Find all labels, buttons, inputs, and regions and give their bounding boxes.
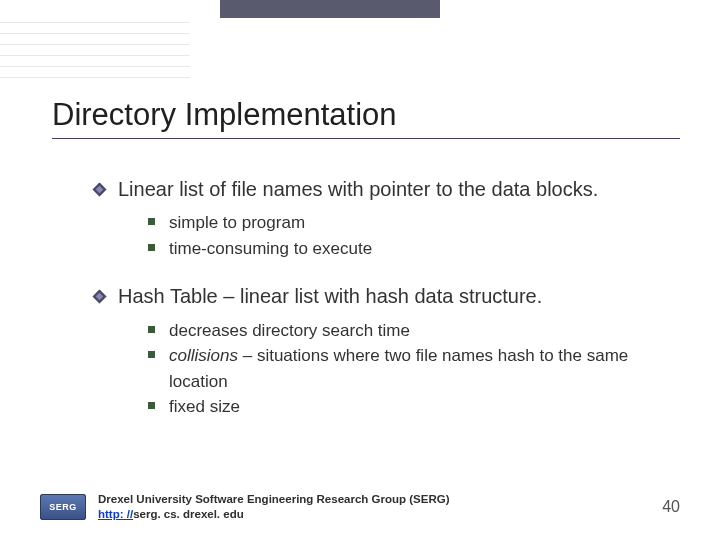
slide-title: Directory Implementation <box>52 98 680 132</box>
sub-bullet-text: decreases directory search time <box>169 318 670 344</box>
title-underline <box>52 138 680 139</box>
sub-bullet-text: simple to program <box>169 210 670 236</box>
footer-url-link[interactable]: http: // <box>98 508 133 520</box>
bullet-text: Linear list of file names with pointer t… <box>118 176 670 202</box>
sub-bullet: simple to program <box>148 210 670 236</box>
italic-term: collisions <box>169 346 238 365</box>
square-icon <box>148 244 155 251</box>
sub-bullet-text: collisions – situations where two file n… <box>169 343 670 394</box>
square-icon <box>148 326 155 333</box>
diamond-icon <box>92 182 107 197</box>
title-block: Directory Implementation <box>52 98 680 139</box>
square-icon <box>148 218 155 225</box>
sub-bullet: collisions – situations where two file n… <box>148 343 670 394</box>
top-accent-bar <box>220 0 440 18</box>
page-number: 40 <box>662 498 680 516</box>
sub-bullet: fixed size <box>148 394 670 420</box>
footer-org-line: Drexel University Software Engineering R… <box>98 492 650 507</box>
bullet-level1: Linear list of file names with pointer t… <box>92 176 670 202</box>
bullet-text: Hash Table – linear list with hash data … <box>118 283 670 309</box>
footer-url-line: http: //serg. cs. drexel. edu <box>98 507 650 522</box>
slide-content: Linear list of file names with pointer t… <box>92 176 670 442</box>
sub-bullet-text: time-consuming to execute <box>169 236 670 262</box>
decorative-lines <box>0 22 190 88</box>
logo-text: SERG <box>49 502 77 512</box>
sub-bullet-list: decreases directory search time collisio… <box>148 318 670 420</box>
slide-footer: SERG Drexel University Software Engineer… <box>40 492 680 522</box>
footer-text-block: Drexel University Software Engineering R… <box>98 492 650 522</box>
square-icon <box>148 351 155 358</box>
sub-bullet: time-consuming to execute <box>148 236 670 262</box>
sub-bullet-rest: – situations where two file names hash t… <box>169 346 628 391</box>
serg-logo: SERG <box>40 494 86 520</box>
sub-bullet-text: fixed size <box>169 394 670 420</box>
footer-url-rest: serg. cs. drexel. edu <box>133 508 244 520</box>
sub-bullet-list: simple to program time-consuming to exec… <box>148 210 670 261</box>
diamond-icon <box>92 289 107 304</box>
bullet-level1: Hash Table – linear list with hash data … <box>92 283 670 309</box>
square-icon <box>148 402 155 409</box>
sub-bullet: decreases directory search time <box>148 318 670 344</box>
